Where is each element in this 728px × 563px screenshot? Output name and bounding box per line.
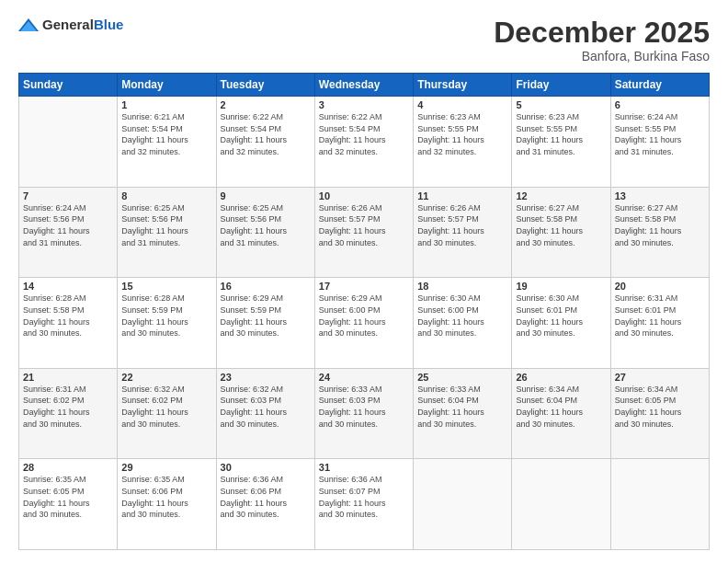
logo-icon bbox=[18, 17, 39, 33]
table-row: 19Sunrise: 6:30 AM Sunset: 6:01 PM Dayli… bbox=[512, 278, 610, 369]
day-number: 3 bbox=[319, 99, 409, 110]
table-row: 11Sunrise: 6:26 AM Sunset: 5:57 PM Dayli… bbox=[414, 187, 512, 278]
table-row bbox=[512, 459, 610, 550]
day-number: 29 bbox=[121, 462, 211, 473]
table-row: 21Sunrise: 6:31 AM Sunset: 6:02 PM Dayli… bbox=[19, 368, 118, 459]
table-row: 22Sunrise: 6:32 AM Sunset: 6:02 PM Dayli… bbox=[118, 368, 216, 459]
day-info: Sunrise: 6:24 AM Sunset: 5:55 PM Dayligh… bbox=[615, 111, 705, 157]
day-number: 18 bbox=[417, 281, 507, 292]
logo-general: General bbox=[42, 17, 94, 32]
day-info: Sunrise: 6:32 AM Sunset: 6:02 PM Dayligh… bbox=[121, 384, 211, 430]
day-info: Sunrise: 6:22 AM Sunset: 5:54 PM Dayligh… bbox=[319, 111, 409, 157]
day-number: 11 bbox=[417, 190, 507, 201]
day-number: 7 bbox=[23, 190, 113, 201]
table-row: 6Sunrise: 6:24 AM Sunset: 5:55 PM Daylig… bbox=[610, 97, 709, 188]
day-info: Sunrise: 6:22 AM Sunset: 5:54 PM Dayligh… bbox=[221, 111, 311, 157]
col-saturday: Saturday bbox=[610, 74, 709, 97]
calendar-week-row: 14Sunrise: 6:28 AM Sunset: 5:58 PM Dayli… bbox=[19, 278, 710, 369]
day-info: Sunrise: 6:36 AM Sunset: 6:07 PM Dayligh… bbox=[319, 474, 409, 520]
month-title: December 2025 bbox=[494, 17, 710, 49]
day-info: Sunrise: 6:31 AM Sunset: 6:01 PM Dayligh… bbox=[615, 293, 705, 339]
calendar-week-row: 7Sunrise: 6:24 AM Sunset: 5:56 PM Daylig… bbox=[19, 187, 710, 278]
calendar-table: Sunday Monday Tuesday Wednesday Thursday… bbox=[18, 73, 710, 550]
day-info: Sunrise: 6:34 AM Sunset: 6:05 PM Dayligh… bbox=[615, 384, 705, 430]
day-number: 19 bbox=[516, 281, 606, 292]
col-tuesday: Tuesday bbox=[216, 74, 314, 97]
day-number: 14 bbox=[23, 281, 113, 292]
day-number: 31 bbox=[319, 462, 409, 473]
page: GeneralBlue December 2025 Banfora, Burki… bbox=[0, 0, 728, 563]
day-info: Sunrise: 6:23 AM Sunset: 5:55 PM Dayligh… bbox=[417, 111, 507, 157]
day-info: Sunrise: 6:36 AM Sunset: 6:06 PM Dayligh… bbox=[221, 474, 311, 520]
day-number: 23 bbox=[221, 372, 311, 383]
day-info: Sunrise: 6:28 AM Sunset: 5:58 PM Dayligh… bbox=[23, 293, 113, 339]
day-info: Sunrise: 6:30 AM Sunset: 6:00 PM Dayligh… bbox=[417, 293, 507, 339]
day-number: 12 bbox=[516, 190, 606, 201]
day-number: 2 bbox=[221, 99, 311, 110]
day-number: 24 bbox=[319, 372, 409, 383]
day-info: Sunrise: 6:27 AM Sunset: 5:58 PM Dayligh… bbox=[615, 202, 705, 248]
table-row: 13Sunrise: 6:27 AM Sunset: 5:58 PM Dayli… bbox=[610, 187, 709, 278]
logo-blue: Blue bbox=[94, 17, 124, 32]
day-info: Sunrise: 6:34 AM Sunset: 6:04 PM Dayligh… bbox=[516, 384, 606, 430]
table-row: 15Sunrise: 6:28 AM Sunset: 5:59 PM Dayli… bbox=[118, 278, 216, 369]
table-row bbox=[414, 459, 512, 550]
table-row: 5Sunrise: 6:23 AM Sunset: 5:55 PM Daylig… bbox=[512, 97, 610, 188]
day-number: 6 bbox=[615, 99, 705, 110]
day-info: Sunrise: 6:30 AM Sunset: 6:01 PM Dayligh… bbox=[516, 293, 606, 339]
day-info: Sunrise: 6:33 AM Sunset: 6:04 PM Dayligh… bbox=[417, 384, 507, 430]
table-row: 1Sunrise: 6:21 AM Sunset: 5:54 PM Daylig… bbox=[118, 97, 216, 188]
day-number: 20 bbox=[615, 281, 705, 292]
day-info: Sunrise: 6:25 AM Sunset: 5:56 PM Dayligh… bbox=[121, 202, 211, 248]
calendar-header-row: Sunday Monday Tuesday Wednesday Thursday… bbox=[19, 74, 710, 97]
table-row: 3Sunrise: 6:22 AM Sunset: 5:54 PM Daylig… bbox=[314, 97, 413, 188]
table-row: 26Sunrise: 6:34 AM Sunset: 6:04 PM Dayli… bbox=[512, 368, 610, 459]
day-number: 30 bbox=[221, 462, 311, 473]
day-number: 8 bbox=[121, 190, 211, 201]
table-row bbox=[19, 97, 118, 188]
day-number: 10 bbox=[319, 190, 409, 201]
day-number: 16 bbox=[221, 281, 311, 292]
table-row: 24Sunrise: 6:33 AM Sunset: 6:03 PM Dayli… bbox=[314, 368, 413, 459]
day-info: Sunrise: 6:32 AM Sunset: 6:03 PM Dayligh… bbox=[221, 384, 311, 430]
day-number: 13 bbox=[615, 190, 705, 201]
table-row: 23Sunrise: 6:32 AM Sunset: 6:03 PM Dayli… bbox=[216, 368, 314, 459]
table-row: 8Sunrise: 6:25 AM Sunset: 5:56 PM Daylig… bbox=[118, 187, 216, 278]
day-info: Sunrise: 6:35 AM Sunset: 6:06 PM Dayligh… bbox=[121, 474, 211, 520]
calendar-week-row: 1Sunrise: 6:21 AM Sunset: 5:54 PM Daylig… bbox=[19, 97, 710, 188]
table-row: 10Sunrise: 6:26 AM Sunset: 5:57 PM Dayli… bbox=[314, 187, 413, 278]
day-info: Sunrise: 6:24 AM Sunset: 5:56 PM Dayligh… bbox=[23, 202, 113, 248]
day-info: Sunrise: 6:29 AM Sunset: 6:00 PM Dayligh… bbox=[319, 293, 409, 339]
table-row: 30Sunrise: 6:36 AM Sunset: 6:06 PM Dayli… bbox=[216, 459, 314, 550]
location-subtitle: Banfora, Burkina Faso bbox=[494, 49, 710, 63]
day-number: 28 bbox=[23, 462, 113, 473]
day-number: 22 bbox=[121, 372, 211, 383]
header: GeneralBlue December 2025 Banfora, Burki… bbox=[18, 17, 710, 63]
day-number: 5 bbox=[516, 99, 606, 110]
day-info: Sunrise: 6:26 AM Sunset: 5:57 PM Dayligh… bbox=[417, 202, 507, 248]
col-sunday: Sunday bbox=[19, 74, 118, 97]
title-block: December 2025 Banfora, Burkina Faso bbox=[494, 17, 710, 63]
day-number: 26 bbox=[516, 372, 606, 383]
day-number: 21 bbox=[23, 372, 113, 383]
col-friday: Friday bbox=[512, 74, 610, 97]
table-row: 9Sunrise: 6:25 AM Sunset: 5:56 PM Daylig… bbox=[216, 187, 314, 278]
day-number: 27 bbox=[615, 372, 705, 383]
logo: GeneralBlue bbox=[18, 17, 123, 33]
table-row: 12Sunrise: 6:27 AM Sunset: 5:58 PM Dayli… bbox=[512, 187, 610, 278]
col-monday: Monday bbox=[118, 74, 216, 97]
day-number: 1 bbox=[121, 99, 211, 110]
table-row: 18Sunrise: 6:30 AM Sunset: 6:00 PM Dayli… bbox=[414, 278, 512, 369]
day-info: Sunrise: 6:21 AM Sunset: 5:54 PM Dayligh… bbox=[121, 111, 211, 157]
table-row: 20Sunrise: 6:31 AM Sunset: 6:01 PM Dayli… bbox=[610, 278, 709, 369]
day-number: 17 bbox=[319, 281, 409, 292]
table-row: 4Sunrise: 6:23 AM Sunset: 5:55 PM Daylig… bbox=[414, 97, 512, 188]
logo-text: GeneralBlue bbox=[42, 17, 123, 33]
table-row: 29Sunrise: 6:35 AM Sunset: 6:06 PM Dayli… bbox=[118, 459, 216, 550]
col-thursday: Thursday bbox=[414, 74, 512, 97]
day-number: 9 bbox=[221, 190, 311, 201]
day-info: Sunrise: 6:35 AM Sunset: 6:05 PM Dayligh… bbox=[23, 474, 113, 520]
table-row: 25Sunrise: 6:33 AM Sunset: 6:04 PM Dayli… bbox=[414, 368, 512, 459]
day-info: Sunrise: 6:31 AM Sunset: 6:02 PM Dayligh… bbox=[23, 384, 113, 430]
calendar-week-row: 28Sunrise: 6:35 AM Sunset: 6:05 PM Dayli… bbox=[19, 459, 710, 550]
